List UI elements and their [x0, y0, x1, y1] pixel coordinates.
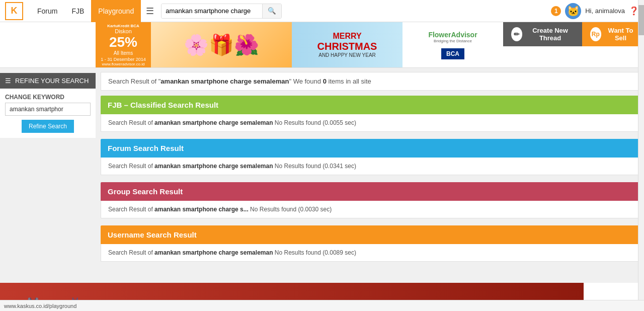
all-items: All Items — [114, 50, 133, 56]
want-to-sell-button[interactable]: Rp Want To Sell — [582, 22, 644, 46]
status-bar: www.kaskus.co.id/playground — [0, 300, 644, 311]
group-prefix: Search Result of — [108, 206, 154, 213]
group-suffix: No Results found (0.0030 sec) — [249, 206, 332, 213]
pencil-symbol: ✏ — [514, 30, 520, 38]
username-prefix: Search Result of — [108, 249, 154, 256]
fjb-suffix: No Results found (0.0055 sec) — [273, 119, 356, 126]
fjb-section: FJB – Classified Search Result Search Re… — [101, 96, 639, 132]
group-section-header: Group Search Result — [101, 182, 639, 201]
nav-right: 1 🐱 Hi, animalova ❓ — [551, 3, 639, 19]
discount-pct: 25% — [109, 34, 137, 50]
banner-christmas: MERRY CHRISTMAS AND HAPPY NEW YEAR — [292, 22, 403, 67]
forum-prefix: Search Result of — [108, 163, 154, 170]
nav-fjb[interactable]: FJB — [64, 0, 91, 22]
username-section-header: Username Search Result — [101, 225, 639, 244]
summary-prefix: Search Result of " — [108, 77, 160, 85]
christmas-label: CHRISTMAS — [317, 41, 377, 52]
avatar: 🐱 — [565, 3, 581, 19]
fjb-prefix: Search Result of — [108, 119, 154, 126]
banner-url: www.floweradvisor.co.id — [102, 62, 145, 66]
banner-advisor: FlowerAdvisor Bridging the Distance BCA — [403, 22, 503, 67]
happy-label: AND HAPPY NEW YEAR — [318, 52, 376, 58]
flower-advisor-logo: FlowerAdvisor — [428, 31, 477, 39]
search-input[interactable] — [162, 4, 262, 19]
help-icon[interactable]: ❓ — [629, 6, 639, 16]
username-keyword: amankan smartphone charge semaleman — [154, 249, 273, 256]
sidebar: ☰ REFINE YOUR SEARCH CHANGE KEYWORD Refi… — [0, 68, 96, 273]
notification-badge[interactable]: 1 — [551, 6, 561, 16]
change-keyword-box: CHANGE KEYWORD Refine Search — [0, 89, 96, 138]
logo-box[interactable]: K — [5, 2, 23, 20]
hamburger-small-icon: ☰ — [5, 77, 11, 85]
nav-forum[interactable]: Forum — [30, 0, 64, 22]
fjb-section-body: Search Result of amankan smartphone char… — [101, 114, 639, 132]
summary-query: amankan smartphone charge semaleman — [160, 77, 289, 85]
hamburger-icon[interactable]: ☰ — [141, 0, 159, 22]
results-area: Search Result of "amankan smartphone cha… — [96, 68, 644, 273]
search-box: 🔍 — [161, 4, 282, 19]
nav-playground[interactable]: Playground — [91, 0, 141, 22]
username-section-body: Search Result of amankan smartphone char… — [101, 244, 639, 262]
rp-icon: Rp — [590, 27, 601, 41]
group-section: Group Search Result Search Result of ama… — [101, 182, 639, 218]
kartu-label: KartuKredit BCA — [107, 24, 139, 28]
logo-icon: K — [11, 6, 18, 16]
group-section-body: Search Result of amankan smartphone char… — [101, 201, 639, 218]
forum-section: Forum Search Result Search Result of ama… — [101, 139, 639, 175]
want-to-sell-label: Want To Sell — [605, 27, 636, 42]
search-button[interactable]: 🔍 — [262, 4, 281, 19]
create-thread-button[interactable]: ✏ Create New Thread — [503, 22, 582, 46]
merry-label: MERRY — [333, 32, 361, 41]
fjb-keyword: amankan smartphone charge semaleman — [154, 119, 273, 126]
bca-logo: BCA — [441, 48, 464, 59]
action-buttons: ✏ Create New Thread Rp Want To Sell — [503, 22, 644, 67]
forum-section-body: Search Result of amankan smartphone char… — [101, 158, 639, 175]
create-thread-label: Create New Thread — [526, 27, 574, 42]
forum-keyword: amankan smartphone charge semaleman — [154, 163, 273, 170]
refine-label: REFINE YOUR SEARCH — [15, 77, 89, 85]
scrollbar[interactable] — [638, 0, 644, 311]
banner-flowers: 🌸🎁🌺 — [151, 22, 292, 67]
user-greeting: Hi, animalova — [585, 7, 625, 15]
forum-section-header: Forum Search Result — [101, 139, 639, 158]
refine-search-button[interactable]: Refine Search — [22, 120, 74, 133]
summary-postfix: items in all site — [327, 77, 371, 85]
refine-your-search-button[interactable]: ☰ REFINE YOUR SEARCH — [0, 73, 96, 89]
username-suffix: No Results found (0.0089 sec) — [273, 249, 356, 256]
keyword-input[interactable] — [5, 103, 91, 116]
main-content: ☰ REFINE YOUR SEARCH CHANGE KEYWORD Refi… — [0, 68, 644, 273]
date-range: 1 - 31 Desember 2014 — [101, 57, 146, 62]
flower-advisor-sub: Bridging the Distance — [434, 39, 472, 43]
username-section: Username Search Result Search Result of … — [101, 225, 639, 262]
summary-count: 0 — [323, 77, 327, 85]
pencil-icon: ✏ — [511, 27, 522, 41]
scroll-thumb[interactable] — [638, 5, 644, 35]
search-summary: Search Result of "amankan smartphone cha… — [101, 72, 639, 91]
fjb-section-header: FJB – Classified Search Result — [101, 96, 639, 114]
status-url: www.kaskus.co.id/playground — [4, 303, 76, 309]
banner-discount: KartuKredit BCA Diskon 25% All Items 1 -… — [96, 22, 151, 67]
rp-symbol: Rp — [592, 31, 600, 38]
summary-suffix: " We found — [289, 77, 323, 85]
forum-suffix: No Results found (0.0341 sec) — [273, 163, 356, 170]
diskon-label: Diskon — [115, 28, 132, 34]
group-keyword: amankan smartphone charge s... — [154, 206, 249, 213]
change-keyword-label: CHANGE KEYWORD — [5, 94, 91, 101]
